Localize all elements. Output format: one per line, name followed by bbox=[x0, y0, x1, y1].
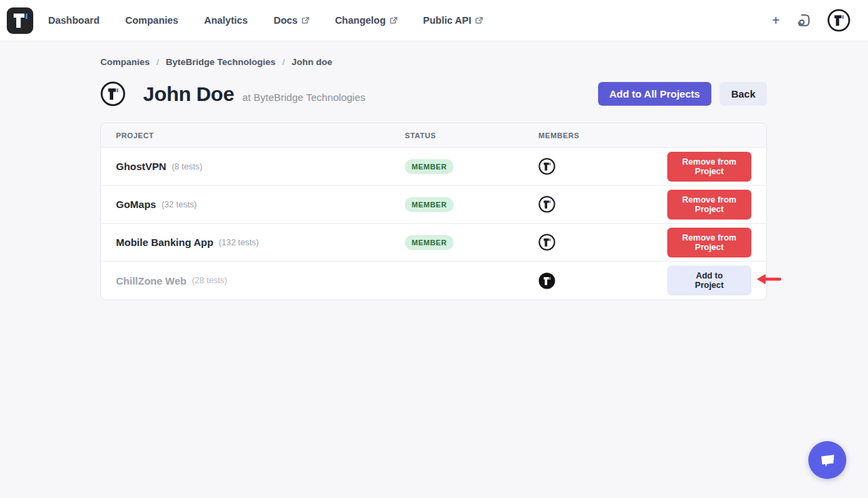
nav-item-label: Docs bbox=[273, 15, 297, 26]
status-badge: MEMBER bbox=[405, 197, 454, 212]
row-action-button[interactable]: Remove from Project bbox=[667, 228, 751, 257]
project-name: GhostVPN bbox=[116, 161, 166, 172]
member-avatar-icon bbox=[538, 196, 555, 213]
column-status: STATUS bbox=[405, 131, 538, 140]
breadcrumb-company[interactable]: ByteBridge Technologies bbox=[166, 57, 276, 67]
breadcrumb: Companies / ByteBridge Technologies / Jo… bbox=[100, 57, 767, 67]
nav-item-dashboard[interactable]: Dashboard bbox=[48, 15, 100, 26]
project-test-count: (32 tests) bbox=[161, 200, 197, 209]
table-body: GhostVPN (8 tests) MEMBER bbox=[101, 148, 766, 299]
nav-item-label: Companies bbox=[125, 15, 178, 26]
breadcrumb-current: John doe bbox=[292, 57, 332, 67]
add-to-all-projects-button[interactable]: Add to All Projects bbox=[598, 82, 712, 106]
project-name: Mobile Banking App bbox=[116, 236, 214, 248]
page-header: John Doe at ByteBridge Technologies Add … bbox=[100, 81, 767, 106]
chat-icon bbox=[818, 451, 837, 470]
breadcrumb-companies[interactable]: Companies bbox=[100, 57, 150, 67]
nav-item-label: Dashboard bbox=[48, 15, 100, 26]
header-actions: Add to All Projects Back bbox=[598, 82, 767, 106]
annotation-arrow-icon bbox=[756, 273, 782, 288]
back-button[interactable]: Back bbox=[719, 82, 767, 106]
row-action-button[interactable]: Remove from Project bbox=[667, 152, 751, 182]
member-avatar-icon bbox=[538, 158, 555, 175]
nav-item-public-api[interactable]: Public API bbox=[423, 15, 483, 26]
breadcrumb-separator: / bbox=[157, 57, 159, 67]
table-row: ChillZone Web (28 tests) bbox=[101, 262, 766, 299]
column-members: MEMBERS bbox=[538, 131, 667, 140]
row-action-button[interactable]: Add to Project bbox=[667, 266, 751, 295]
table-row: GhostVPN (8 tests) MEMBER bbox=[101, 148, 766, 186]
nav-item-label: Changelog bbox=[335, 15, 386, 26]
page-subtitle: at ByteBridge Technologies bbox=[242, 85, 366, 103]
user-avatar[interactable] bbox=[827, 9, 850, 32]
page-title: John Doe bbox=[143, 83, 234, 106]
nav-links: Dashboard Companies Analytics Docs Chang… bbox=[48, 15, 483, 26]
nav-item-analytics[interactable]: Analytics bbox=[204, 15, 248, 26]
table-header: PROJECT STATUS MEMBERS bbox=[101, 123, 766, 148]
external-link-icon bbox=[475, 17, 483, 24]
column-project: PROJECT bbox=[116, 131, 405, 140]
breadcrumb-separator: / bbox=[282, 57, 285, 67]
project-test-count: (28 tests) bbox=[192, 276, 227, 285]
member-avatar-dark-icon bbox=[538, 272, 555, 289]
main-content: Companies / ByteBridge Technologies / Jo… bbox=[0, 57, 767, 300]
chat-bubble-button[interactable] bbox=[808, 441, 846, 479]
brand-logo[interactable] bbox=[7, 7, 33, 34]
table-row: Mobile Banking App (132 tests) MEMBER bbox=[101, 224, 766, 262]
nav-item-docs[interactable]: Docs bbox=[273, 15, 309, 26]
member-avatar-icon bbox=[538, 234, 555, 251]
external-link-icon bbox=[390, 17, 397, 24]
nav-right: + bbox=[772, 9, 850, 32]
row-action-button[interactable]: Remove from Project bbox=[667, 190, 751, 220]
project-name: ChillZone Web bbox=[116, 275, 186, 287]
project-name: GoMaps bbox=[116, 199, 156, 210]
add-button[interactable]: + bbox=[772, 14, 780, 27]
search-icon[interactable] bbox=[796, 13, 811, 28]
project-test-count: (8 tests) bbox=[172, 162, 202, 171]
status-badge: MEMBER bbox=[405, 159, 454, 174]
nav-item-changelog[interactable]: Changelog bbox=[335, 15, 397, 26]
project-test-count: (132 tests) bbox=[219, 238, 259, 247]
external-link-icon bbox=[302, 17, 309, 24]
projects-table: PROJECT STATUS MEMBERS GhostVPN (8 tests… bbox=[100, 123, 767, 300]
nav-item-companies[interactable]: Companies bbox=[125, 15, 178, 26]
top-navbar: Dashboard Companies Analytics Docs Chang… bbox=[0, 0, 868, 41]
table-row: GoMaps (32 tests) MEMBER bbox=[101, 186, 766, 224]
nav-item-label: Public API bbox=[423, 15, 471, 26]
status-badge: MEMBER bbox=[405, 235, 454, 250]
nav-item-label: Analytics bbox=[204, 15, 248, 26]
person-avatar bbox=[100, 81, 125, 106]
